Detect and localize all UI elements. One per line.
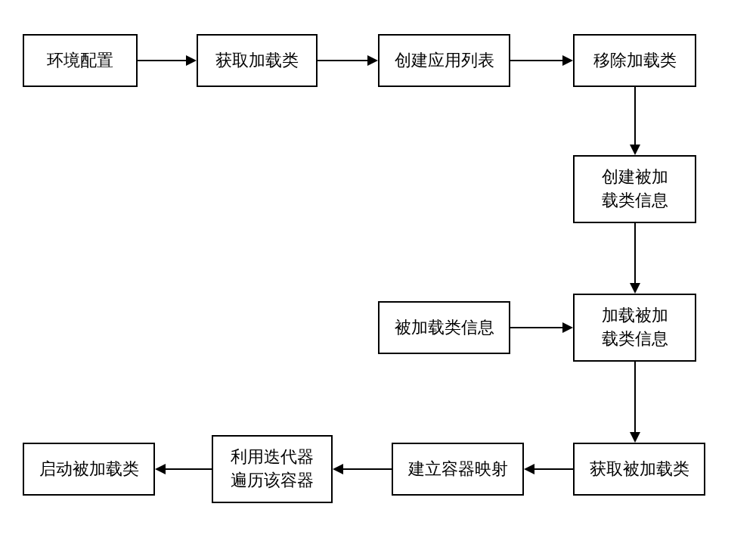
node-create-loaded-info: 创建被加 载类信息	[573, 155, 696, 223]
node-label: 被加载类信息	[395, 316, 494, 340]
arrow-head	[367, 55, 378, 66]
node-create-app-list: 创建应用列表	[378, 34, 510, 87]
arrow-head	[562, 322, 573, 333]
node-label: 获取加载类	[215, 49, 299, 73]
node-start-loaded: 启动被加载类	[23, 443, 155, 496]
node-container-map: 建立容器映射	[392, 443, 524, 496]
node-label: 建立容器映射	[408, 458, 508, 481]
node-iterate-container: 利用迭代器 遍历该容器	[212, 435, 333, 503]
arrow-line	[318, 60, 367, 61]
arrow-head	[630, 432, 640, 443]
arrow-line	[166, 468, 212, 470]
arrow-head	[186, 55, 197, 66]
node-label: 移除加载类	[593, 49, 677, 73]
arrow-line	[343, 468, 392, 470]
node-label: 利用迭代器 遍历该容器	[231, 446, 314, 493]
arrow-head	[630, 145, 640, 155]
node-env-config: 环境配置	[23, 34, 138, 87]
arrow-line	[534, 468, 573, 470]
node-label: 环境配置	[47, 49, 113, 73]
arrow-head	[524, 464, 534, 474]
arrow-line	[634, 223, 636, 283]
arrow-line	[510, 60, 562, 61]
node-label: 启动被加载类	[39, 458, 139, 481]
arrow-line	[634, 87, 636, 145]
arrow-line	[634, 362, 636, 432]
node-load-loaded-info: 加载被加 载类信息	[573, 294, 696, 362]
node-get-loaded: 获取被加载类	[573, 443, 705, 496]
node-label: 创建被加 载类信息	[602, 166, 668, 213]
node-remove-loader: 移除加载类	[573, 34, 696, 87]
arrow-head	[562, 55, 573, 66]
arrow-head	[155, 464, 166, 474]
node-loaded-info: 被加载类信息	[378, 301, 510, 354]
node-label: 加载被加 载类信息	[602, 304, 668, 351]
arrow-head	[630, 283, 640, 294]
node-label: 创建应用列表	[395, 49, 494, 73]
node-get-loader: 获取加载类	[197, 34, 318, 87]
arrow-head	[333, 464, 343, 474]
arrow-line	[138, 60, 186, 61]
node-label: 获取被加载类	[590, 458, 689, 481]
arrow-line	[510, 327, 562, 328]
